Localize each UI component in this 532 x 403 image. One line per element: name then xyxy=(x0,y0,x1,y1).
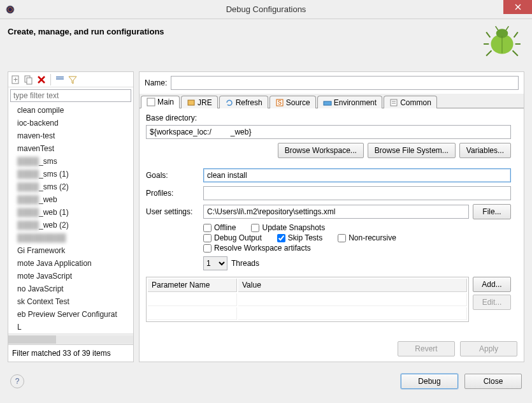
list-item[interactable]: clean compile xyxy=(8,104,133,117)
svg-rect-15 xyxy=(56,78,64,80)
main-area: + clean compile ioc-backend maven-test m… xyxy=(0,69,532,367)
filter-icon[interactable] xyxy=(68,75,78,85)
debug-button[interactable]: Debug xyxy=(401,374,458,389)
col-parameter-name: Parameter Name xyxy=(148,279,237,292)
list-item[interactable]: ████_sms (2) xyxy=(8,180,133,193)
svg-text:s: s xyxy=(278,98,282,106)
goals-input[interactable] xyxy=(203,168,511,182)
svg-text:+: + xyxy=(13,75,18,84)
dialog-header: Create, manage, and run configurations xyxy=(0,19,532,69)
list-item[interactable]: eb Preview Server Configurat xyxy=(8,308,133,321)
new-config-icon[interactable]: + xyxy=(11,75,21,85)
svg-rect-21 xyxy=(324,101,331,105)
apply-button[interactable]: Apply xyxy=(460,341,517,356)
svg-rect-17 xyxy=(147,98,155,106)
list-item[interactable]: █████████ xyxy=(8,231,133,244)
name-label: Name: xyxy=(145,78,167,87)
revert-button[interactable]: Revert xyxy=(398,341,455,356)
horizontal-scrollbar[interactable] xyxy=(8,333,133,344)
config-toolbar: + xyxy=(8,72,133,87)
table-row xyxy=(148,307,467,320)
user-settings-input[interactable] xyxy=(203,205,469,219)
tab-common[interactable]: Common xyxy=(384,96,437,108)
svg-line-7 xyxy=(496,26,498,30)
file-button[interactable]: File... xyxy=(473,204,511,219)
list-item[interactable]: mote Java Application xyxy=(8,257,133,270)
parameter-table-area: Parameter Name Value Add... Edit... xyxy=(146,277,511,322)
base-directory-input[interactable] xyxy=(146,125,511,139)
list-item[interactable]: maven-test xyxy=(8,129,133,142)
configuration-list[interactable]: clean compile ioc-backend maven-test mav… xyxy=(8,104,133,333)
close-window-button[interactable] xyxy=(503,0,532,14)
name-input[interactable] xyxy=(171,76,519,90)
list-item[interactable]: sk Context Test xyxy=(8,295,133,308)
goals-label: Goals: xyxy=(146,171,199,180)
svg-rect-22 xyxy=(391,99,397,106)
non-recursive-checkbox[interactable]: Non-recursive xyxy=(338,233,396,242)
list-item[interactable]: ioc-backend xyxy=(8,117,133,129)
name-row: Name: xyxy=(140,72,524,94)
user-settings-label: User settings: xyxy=(146,207,199,216)
svg-rect-12 xyxy=(27,78,32,84)
list-item[interactable]: Gi Framework xyxy=(8,244,133,257)
svg-rect-18 xyxy=(188,100,194,105)
svg-point-0 xyxy=(6,6,14,13)
filter-input[interactable] xyxy=(10,89,131,102)
tab-source[interactable]: sSource xyxy=(270,96,316,108)
tab-refresh[interactable]: Refresh xyxy=(219,96,268,108)
threads-label: Threads xyxy=(231,259,259,268)
toolbar-separator xyxy=(50,74,51,85)
list-item[interactable]: ████_web (1) xyxy=(8,206,133,219)
variables-button[interactable]: Variables... xyxy=(459,143,511,158)
base-directory-label: Base directory: xyxy=(146,114,511,122)
list-item[interactable]: ████_web (2) xyxy=(8,219,133,231)
col-value: Value xyxy=(238,279,467,292)
window-title: Debug Configurations xyxy=(226,4,306,14)
filter-status-text: Filter matched 33 of 39 items xyxy=(8,344,133,362)
list-item[interactable]: L xyxy=(8,321,133,333)
list-item[interactable]: mavenTest xyxy=(8,142,133,155)
tab-environment[interactable]: Environment xyxy=(317,96,382,108)
profiles-input[interactable] xyxy=(203,186,511,200)
delete-config-icon[interactable] xyxy=(36,75,47,85)
resolve-workspace-checkbox[interactable]: Resolve Workspace artifacts xyxy=(203,244,311,253)
add-param-button[interactable]: Add... xyxy=(473,277,511,292)
eclipse-icon xyxy=(5,4,15,15)
config-footer: Revert Apply xyxy=(140,336,524,362)
left-panel: + clean compile ioc-backend maven-test m… xyxy=(8,71,134,362)
tab-jre[interactable]: JRE xyxy=(181,96,218,108)
browse-workspace-button[interactable]: Browse Workspace... xyxy=(278,143,364,158)
list-item[interactable]: mote JavaScript xyxy=(8,270,133,282)
close-button[interactable]: Close xyxy=(464,374,522,389)
header-text: Create, manage, and run configurations xyxy=(8,27,164,69)
update-snapshots-checkbox[interactable]: Update Snapshots xyxy=(251,223,325,232)
duplicate-config-icon[interactable] xyxy=(24,75,34,85)
tab-body-main: Base directory: Browse Workspace... Brow… xyxy=(140,108,524,336)
list-item[interactable]: ████_sms xyxy=(8,155,133,168)
collapse-all-icon[interactable] xyxy=(55,75,65,85)
help-icon[interactable]: ? xyxy=(10,374,24,388)
edit-param-button[interactable]: Edit... xyxy=(473,295,511,310)
list-item[interactable]: ████_web xyxy=(8,193,133,206)
svg-line-8 xyxy=(506,26,508,30)
debug-output-checkbox[interactable]: Debug Output xyxy=(203,233,262,242)
title-bar: Debug Configurations xyxy=(0,0,532,19)
svg-rect-16 xyxy=(56,77,64,78)
list-item[interactable]: no JavaScript xyxy=(8,282,133,295)
debug-bug-icon xyxy=(482,24,522,59)
threads-select[interactable]: 1 xyxy=(203,256,227,270)
table-row xyxy=(148,293,467,306)
profiles-label: Profiles: xyxy=(146,189,199,198)
list-item[interactable]: ████_sms (1) xyxy=(8,168,133,180)
right-panel: Name: Main JRE Refresh sSource Environme… xyxy=(139,71,524,362)
dialog-footer: ? Debug Close xyxy=(0,367,532,398)
parameter-table[interactable]: Parameter Name Value xyxy=(146,277,469,322)
tab-main[interactable]: Main xyxy=(141,96,180,108)
tab-strip: Main JRE Refresh sSource Environment Com… xyxy=(140,94,524,108)
browse-filesystem-button[interactable]: Browse File System... xyxy=(368,143,456,158)
offline-checkbox[interactable]: Offline xyxy=(203,223,236,232)
skip-tests-checkbox[interactable]: Skip Tests xyxy=(277,233,322,242)
